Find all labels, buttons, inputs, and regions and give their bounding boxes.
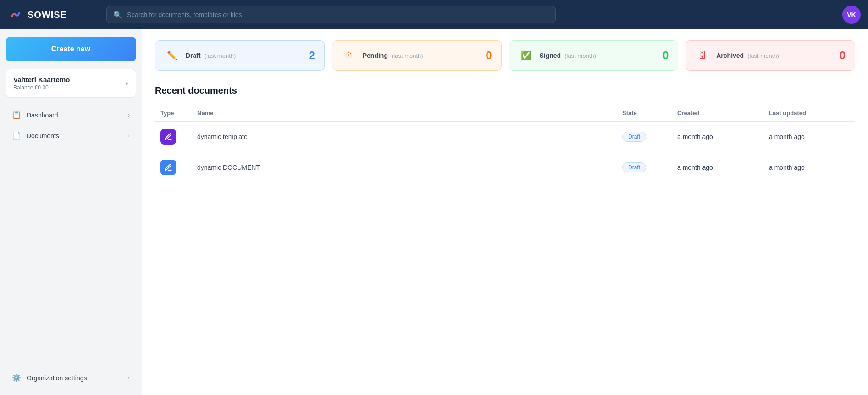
stat-card-pending[interactable]: ⏱ Pending (last month) 0: [332, 40, 502, 71]
account-info: Valtteri Kaartemo Balance €0.00: [13, 76, 70, 91]
col-type: Type: [155, 105, 192, 122]
pending-icon: ⏱: [342, 48, 356, 63]
sidebar: Create new Valtteri Kaartemo Balance €0.…: [0, 29, 142, 395]
doc-created-2: a month ago: [672, 152, 763, 183]
topnav: SOWISE 🔍 VK: [0, 0, 868, 29]
draft-count: 2: [309, 49, 315, 62]
doc-updated-1: a month ago: [763, 122, 855, 152]
chevron-down-icon: ▾: [125, 80, 128, 87]
logo-area: SOWISE: [7, 6, 99, 23]
docs-table-header: Type Name State Created Last updated: [155, 105, 855, 122]
sidebar-item-org-settings-label: Organization settings: [27, 374, 87, 382]
sidebar-item-dashboard[interactable]: 📋 Dashboard ›: [6, 105, 136, 125]
archived-icon: 🗄: [695, 48, 710, 63]
create-new-button[interactable]: Create new: [6, 37, 136, 61]
main-layout: Create new Valtteri Kaartemo Balance €0.…: [0, 29, 868, 395]
state-badge-2: Draft: [622, 162, 646, 172]
avatar[interactable]: VK: [842, 6, 861, 24]
stat-card-archived[interactable]: 🗄 Archived (last month) 0: [686, 40, 855, 71]
archived-label: Archived: [716, 52, 744, 59]
main-content: ✏️ Draft (last month) 2 ⏱ Pending (last …: [142, 29, 868, 395]
signed-count: 0: [663, 49, 669, 62]
search-icon: 🔍: [113, 11, 122, 19]
draft-period: (last month): [205, 52, 236, 59]
doc-state-2: Draft: [617, 152, 672, 183]
document-type-icon: [160, 160, 176, 175]
col-state: State: [617, 105, 672, 122]
dashboard-chevron-icon: ›: [128, 112, 130, 118]
draft-label: Draft: [186, 52, 201, 59]
pending-period: (last month): [392, 52, 423, 59]
sowise-logo-icon: [7, 6, 24, 23]
col-created: Created: [672, 105, 763, 122]
doc-type-cell-1: [155, 122, 192, 152]
sidebar-nav: 📋 Dashboard › 📄 Documents ›: [6, 105, 136, 145]
draft-icon: ✏️: [165, 48, 179, 63]
signed-label: Signed: [540, 52, 561, 59]
col-name: Name: [192, 105, 617, 122]
doc-state-1: Draft: [617, 122, 672, 152]
recent-docs-title: Recent documents: [155, 85, 855, 96]
account-selector[interactable]: Valtteri Kaartemo Balance €0.00 ▾: [6, 69, 136, 98]
documents-icon: 📄: [12, 131, 21, 140]
col-updated: Last updated: [763, 105, 855, 122]
docs-table: Type Name State Created Last updated: [155, 105, 855, 183]
sidebar-item-org-settings[interactable]: ⚙️ Organization settings ›: [6, 368, 136, 388]
sidebar-item-dashboard-label: Dashboard: [27, 111, 58, 119]
doc-created-1: a month ago: [672, 122, 763, 152]
doc-name-1[interactable]: dynamic template: [192, 122, 617, 152]
search-input[interactable]: [127, 6, 549, 23]
stat-card-draft[interactable]: ✏️ Draft (last month) 2: [155, 40, 325, 71]
org-settings-chevron-icon: ›: [128, 375, 130, 381]
account-balance: Balance €0.00: [13, 84, 70, 91]
pending-label: Pending: [363, 52, 388, 59]
template-type-icon: [160, 129, 176, 145]
documents-chevron-icon: ›: [128, 133, 130, 139]
stat-card-signed[interactable]: ✅ Signed (last month) 0: [509, 40, 679, 71]
account-name: Valtteri Kaartemo: [13, 76, 70, 83]
signed-period: (last month): [564, 52, 596, 59]
signed-icon: ✅: [519, 48, 533, 63]
pending-count: 0: [486, 49, 492, 62]
search-bar[interactable]: 🔍: [106, 6, 556, 23]
logo-text: SOWISE: [28, 10, 67, 20]
doc-name-2[interactable]: dynamic DOCUMENT: [192, 152, 617, 183]
sidebar-bottom: ⚙️ Organization settings ›: [6, 361, 136, 388]
state-badge-1: Draft: [622, 132, 646, 142]
table-row[interactable]: dynamic DOCUMENT Draft a month ago a mon…: [155, 152, 855, 183]
archived-count: 0: [840, 49, 846, 62]
archived-period: (last month): [747, 52, 779, 59]
sidebar-item-documents[interactable]: 📄 Documents ›: [6, 126, 136, 145]
docs-table-body: dynamic template Draft a month ago a mon…: [155, 122, 855, 183]
doc-type-cell-2: [155, 152, 192, 183]
dashboard-icon: 📋: [12, 111, 21, 119]
stat-cards: ✏️ Draft (last month) 2 ⏱ Pending (last …: [155, 40, 855, 71]
doc-updated-2: a month ago: [763, 152, 855, 183]
table-row[interactable]: dynamic template Draft a month ago a mon…: [155, 122, 855, 152]
sidebar-item-documents-label: Documents: [27, 132, 59, 139]
org-settings-icon: ⚙️: [12, 373, 21, 382]
